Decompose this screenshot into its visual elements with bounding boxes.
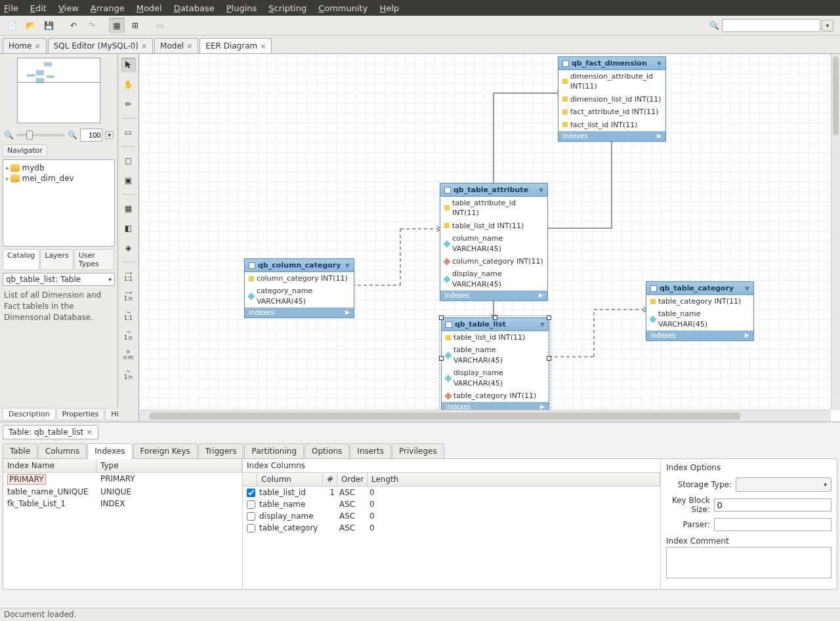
- close-icon[interactable]: ×: [186, 42, 192, 50]
- zoom-out-icon[interactable]: 🔍: [4, 130, 14, 140]
- index-col-row[interactable]: table_nameASC0: [243, 498, 660, 510]
- zoom-input[interactable]: [80, 129, 102, 142]
- index-row[interactable]: fk_Table_List_1INDEX: [3, 498, 242, 510]
- subtab-user-types[interactable]: User Types: [74, 249, 114, 270]
- tab-home[interactable]: Home×: [3, 38, 47, 53]
- close-icon[interactable]: ×: [86, 428, 93, 437]
- entity-qb-column-category[interactable]: qb_column_category▼ column_category INT(…: [244, 258, 354, 318]
- undo-icon[interactable]: ↶: [66, 18, 81, 33]
- chevron-down-icon[interactable]: ▼: [745, 285, 749, 292]
- btab-description[interactable]: Description: [3, 408, 56, 420]
- menu-model[interactable]: Model: [136, 3, 162, 13]
- tab-model[interactable]: Model×: [154, 38, 198, 53]
- diagram-canvas[interactable]: qb_fact_dimension▼ dimension_attribute_i…: [139, 54, 831, 410]
- db-item-mydb[interactable]: ▸mydb: [6, 163, 112, 173]
- database-icon: [10, 174, 20, 182]
- index-col-row[interactable]: table_categoryASC0: [243, 522, 660, 534]
- align-icon[interactable]: ⊞: [127, 18, 143, 33]
- estab-foreign-keys[interactable]: Foreign Keys: [133, 443, 198, 459]
- col-checkbox[interactable]: [247, 512, 255, 521]
- menu-community[interactable]: Community: [318, 3, 368, 13]
- tab-sql-editor[interactable]: SQL Editor (MySQL-0)×: [48, 38, 153, 53]
- estab-partitioning[interactable]: Partitioning: [244, 443, 304, 459]
- estab-privileges[interactable]: Privileges: [392, 443, 444, 459]
- index-comment-textarea[interactable]: [666, 547, 831, 578]
- chevron-down-icon[interactable]: ▼: [345, 262, 350, 269]
- image-tool-icon[interactable]: ▣: [121, 173, 136, 188]
- tab-eer-diagram[interactable]: EER Diagram×: [200, 38, 272, 53]
- entity-qb-table-attribute[interactable]: qb_table_attribute▼ table_attribute_id I…: [440, 183, 548, 301]
- menu-file[interactable]: File: [4, 3, 18, 13]
- menu-scripting[interactable]: Scripting: [268, 3, 306, 13]
- hand-tool-icon[interactable]: ✋: [121, 77, 136, 92]
- parser-input[interactable]: [714, 518, 831, 531]
- open-file-icon[interactable]: 📂: [22, 18, 38, 33]
- grid-icon[interactable]: ▦: [109, 18, 125, 33]
- zoom-slider[interactable]: [16, 134, 65, 136]
- entity-qb-table-list[interactable]: qb_table_list▼ table_list_id INT(11) tab…: [441, 317, 549, 412]
- close-icon[interactable]: ×: [141, 42, 147, 50]
- pointer-tool-icon[interactable]: [121, 58, 136, 72]
- editor-tab[interactable]: Table: qb_table_list×: [3, 425, 98, 439]
- document-tabs: Home× SQL Editor (MySQL-0)× Model× EER D…: [0, 35, 840, 54]
- menu-help[interactable]: Help: [379, 3, 399, 13]
- btab-properties[interactable]: Properties: [56, 408, 105, 420]
- index-row-primary[interactable]: PRIMARYPRIMARY: [3, 473, 242, 486]
- entity-qb-table-category[interactable]: qb_table_category▼ table_category INT(11…: [646, 281, 754, 341]
- chevron-down-icon[interactable]: ▼: [657, 60, 662, 67]
- index-row[interactable]: table_name_UNIQUEUNIQUE: [3, 486, 242, 498]
- col-checkbox[interactable]: [247, 489, 255, 497]
- rel-1-n-tool[interactable]: ⟶1:n: [121, 289, 136, 303]
- db-item-mei-dim-dev[interactable]: ▸mei_dim_dev: [6, 173, 112, 184]
- rel-1-1-id-tool[interactable]: ⤳1:1: [121, 308, 136, 323]
- index-col-row[interactable]: display_nameASC0: [243, 510, 660, 522]
- redo-icon[interactable]: ↷: [84, 18, 100, 33]
- horizontal-scrollbar[interactable]: [139, 410, 831, 422]
- search-dropdown-icon[interactable]: ▾: [822, 20, 833, 31]
- routine-tool-icon[interactable]: ◈: [121, 241, 136, 255]
- menu-view[interactable]: View: [58, 3, 79, 13]
- rel-1-1-tool[interactable]: ⟶1:1: [121, 269, 136, 283]
- eraser-tool-icon[interactable]: ✏: [121, 97, 136, 111]
- estab-indexes[interactable]: Indexes: [87, 443, 132, 459]
- menu-plugins[interactable]: Plugins: [226, 3, 257, 13]
- zoom-in-icon[interactable]: 🔍: [68, 130, 77, 140]
- chevron-down-icon[interactable]: ▼: [540, 321, 545, 328]
- estab-table[interactable]: Table: [3, 443, 37, 459]
- chevron-down-icon[interactable]: ▼: [539, 187, 543, 193]
- rel-pick-tool[interactable]: ⤳1:n: [121, 367, 136, 382]
- col-checkbox[interactable]: [247, 500, 255, 509]
- page-icon[interactable]: ▭: [152, 18, 168, 33]
- close-icon[interactable]: ×: [260, 42, 266, 50]
- text-tool-icon[interactable]: ▢: [121, 153, 136, 168]
- rel-n-m-tool[interactable]: ⤲n:m: [121, 348, 136, 362]
- storage-type-select[interactable]: ▾: [736, 477, 831, 492]
- estab-options[interactable]: Options: [304, 443, 349, 459]
- subtab-layers[interactable]: Layers: [40, 249, 73, 270]
- view-tool-icon[interactable]: ◧: [121, 221, 136, 235]
- layer-tool-icon[interactable]: ▭: [121, 125, 136, 140]
- save-icon[interactable]: 💾: [41, 18, 56, 33]
- close-icon[interactable]: ×: [34, 42, 40, 50]
- new-file-icon[interactable]: 📄: [4, 18, 20, 33]
- estab-triggers[interactable]: Triggers: [198, 443, 244, 459]
- key-block-size-input[interactable]: [714, 498, 831, 511]
- estab-inserts[interactable]: Inserts: [350, 443, 391, 459]
- rel-1-n-id-tool[interactable]: ⤳1:n: [121, 328, 136, 342]
- table-tool-icon[interactable]: ▦: [121, 201, 136, 216]
- index-list[interactable]: Index Name Type PRIMARYPRIMARY table_nam…: [3, 459, 243, 589]
- col-checkbox[interactable]: [247, 524, 255, 532]
- zoom-dropdown-icon[interactable]: ▾: [105, 131, 114, 139]
- navigator-preview[interactable]: [17, 58, 100, 123]
- subtab-catalog[interactable]: Catalog: [3, 249, 39, 270]
- entity-qb-fact-dimension[interactable]: qb_fact_dimension▼ dimension_attribute_i…: [558, 56, 666, 142]
- search-input[interactable]: [722, 19, 820, 32]
- catalog-tree[interactable]: ▸mydb ▸mei_dim_dev: [3, 159, 115, 247]
- estab-columns[interactable]: Columns: [38, 443, 87, 459]
- menu-database[interactable]: Database: [174, 3, 215, 13]
- index-col-row[interactable]: table_list_id1ASC0: [243, 487, 660, 498]
- menu-arrange[interactable]: Arrange: [91, 3, 125, 13]
- menu-edit[interactable]: Edit: [30, 3, 47, 13]
- object-selector[interactable]: qb_table_list: Table▾: [3, 273, 115, 286]
- vertical-scrollbar[interactable]: [831, 54, 840, 410]
